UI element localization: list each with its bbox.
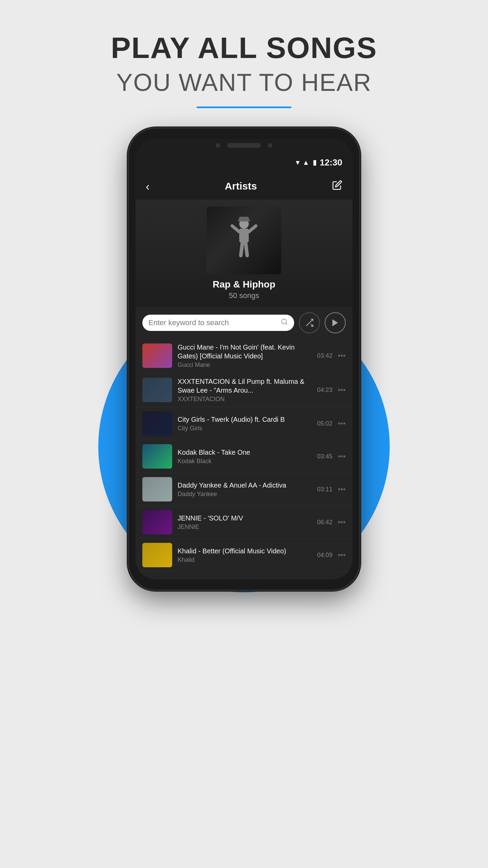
song-artist: Gucci Mane [178,361,312,369]
song-info: Kodak Black - Take One Kodak Black [178,448,312,465]
wifi-icon: ▾ [296,158,299,166]
thumb-bg [142,378,172,402]
svg-line-6 [241,242,243,256]
song-duration: 04:09 [317,552,332,559]
phone-shell: ▾ ▲ ▮ 12:30 ‹ Artists [129,129,359,590]
svg-marker-12 [332,319,338,327]
song-item[interactable]: City Girls - Twerk (Audio) ft. Cardi B C… [136,407,352,440]
song-info: Khalid - Better (Official Music Video) K… [178,547,312,564]
svg-line-7 [246,242,247,256]
sensor-light [268,143,272,148]
notch-sensors [216,143,272,148]
song-title: Gucci Mane - I'm Not Goin' (feat. Kevin … [178,343,312,360]
search-box[interactable] [142,315,294,331]
edit-button[interactable] [332,180,342,193]
song-thumbnail [142,343,172,368]
song-artist: XXXTENTACION [178,396,312,403]
artist-image [207,206,281,274]
song-info: Daddy Yankee & Anuel AA - Adictiva Daddy… [178,481,312,498]
song-thumbnail [142,543,172,567]
thumb-bg [142,343,172,368]
song-artist: Kodak Black [178,458,312,465]
svg-point-8 [282,319,287,324]
phone-screen: ▾ ▲ ▮ 12:30 ‹ Artists [136,139,352,579]
battery-icon: ▮ [313,158,317,166]
song-menu-button[interactable]: ••• [338,485,346,494]
song-duration: 05:02 [317,420,332,427]
sensor-camera [216,143,220,148]
song-thumbnail [142,510,172,534]
song-title: Daddy Yankee & Anuel AA - Adictiva [178,481,312,490]
search-icon [281,318,288,328]
song-menu-button[interactable]: ••• [338,419,346,428]
song-artist: JENNIE [178,524,312,531]
thumb-bg [142,543,172,567]
header-section: PLAY ALL SONGS YOU WANT TO HEAR [111,31,377,108]
notch-speaker [227,143,261,148]
song-menu-button[interactable]: ••• [338,386,346,394]
song-item[interactable]: Daddy Yankee & Anuel AA - Adictiva Daddy… [136,473,352,506]
signal-icon: ▲ [303,159,309,166]
song-artist: Daddy Yankee [178,491,312,498]
song-artist: Khalid [178,556,312,564]
song-duration: 06:42 [317,519,332,526]
artist-name: Rap & Hiphop [212,279,275,290]
shuffle-button[interactable] [299,312,320,333]
song-title: Kodak Black - Take One [178,448,312,457]
song-duration: 04:23 [317,387,332,394]
thumb-bg [142,510,172,534]
song-item[interactable]: XXXTENTACION & Lil Pump ft. Maluma & Swa… [136,373,352,407]
song-duration: 03:45 [317,453,332,460]
song-artist: City Girls [178,425,312,432]
notch-area [136,139,352,152]
artist-songs: 50 songs [229,291,259,300]
back-button[interactable]: ‹ [146,180,149,193]
song-title: XXXTENTACION & Lil Pump ft. Maluma & Swa… [178,377,312,395]
song-info: JENNIE - 'SOLO' M/V JENNIE [178,514,312,531]
svg-rect-3 [239,229,249,242]
phone-wrapper: ▾ ▲ ▮ 12:30 ‹ Artists [129,129,359,590]
app-topbar: ‹ Artists [136,173,352,200]
song-title: Khalid - Better (Official Music Video) [178,547,312,555]
status-icons: ▾ ▲ ▮ 12:30 [296,157,342,168]
search-input[interactable] [148,318,277,327]
song-duration: 03:11 [317,486,332,493]
song-duration: 03:42 [317,352,332,359]
song-thumbnail [142,378,172,402]
song-title: City Girls - Twerk (Audio) ft. Cardi B [178,415,312,424]
song-item[interactable]: Gucci Mane - I'm Not Goin' (feat. Kevin … [136,339,352,373]
song-list: Gucci Mane - I'm Not Goin' (feat. Kevin … [136,339,352,579]
thumb-bg [142,444,172,469]
sub-title: YOU WANT TO HEAR [111,68,377,96]
screen-title: Artists [225,180,257,192]
song-menu-button[interactable]: ••• [338,551,346,559]
svg-line-5 [249,226,256,232]
song-title: JENNIE - 'SOLO' M/V [178,514,312,522]
thumb-bg [142,477,172,501]
status-bar: ▾ ▲ ▮ 12:30 [136,152,352,173]
song-menu-button[interactable]: ••• [338,518,346,527]
song-info: City Girls - Twerk (Audio) ft. Cardi B C… [178,415,312,432]
play-button[interactable] [325,312,346,333]
song-info: Gucci Mane - I'm Not Goin' (feat. Kevin … [178,343,312,369]
title-underline [197,106,291,108]
song-thumbnail [142,477,172,501]
search-controls-bar [136,307,352,339]
song-thumbnail [142,411,172,436]
song-menu-button[interactable]: ••• [338,452,346,461]
main-title: PLAY ALL SONGS [111,31,377,65]
svg-line-9 [286,323,287,324]
artist-hero: Rap & Hiphop 50 songs [136,200,352,307]
song-info: XXXTENTACION & Lil Pump ft. Maluma & Swa… [178,377,312,403]
thumb-bg [142,411,172,436]
svg-line-4 [232,226,239,232]
song-item[interactable]: Kodak Black - Take One Kodak Black 03:45… [136,440,352,473]
song-menu-button[interactable]: ••• [338,351,346,360]
svg-rect-2 [239,217,249,221]
song-item[interactable]: Khalid - Better (Official Music Video) K… [136,539,352,572]
song-item[interactable]: JENNIE - 'SOLO' M/V JENNIE 06:42 ••• [136,506,352,539]
song-thumbnail [142,444,172,469]
status-time: 12:30 [320,157,343,168]
performer-figure [224,216,264,265]
